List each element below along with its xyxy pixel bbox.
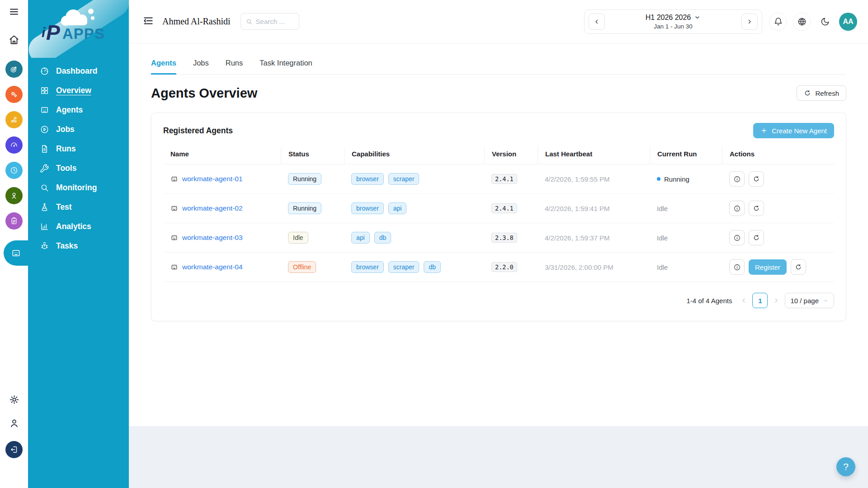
- agent-robot-icon: [170, 234, 178, 242]
- app-logo: i P APPS: [28, 0, 129, 58]
- capability-chip: db: [424, 261, 441, 273]
- running-dot: [657, 177, 660, 181]
- info-icon[interactable]: [729, 230, 745, 245]
- idea-shortcut-icon[interactable]: [5, 187, 23, 204]
- tab-agents[interactable]: Agents: [151, 59, 176, 75]
- sidebar-item-label: Agents: [56, 105, 83, 115]
- settings-gear-icon[interactable]: [9, 394, 20, 407]
- registered-agents-card: Registered Agents Create New Agent NameS…: [151, 113, 846, 321]
- target-shortcut-icon[interactable]: [5, 61, 23, 78]
- pagination-summary: 1-4 of 4 Agents: [687, 297, 732, 305]
- reload-agent-icon[interactable]: [749, 171, 764, 187]
- page-title: Agents Overview: [151, 86, 257, 101]
- search-input[interactable]: [256, 18, 294, 25]
- capability-chip: browser: [351, 202, 384, 215]
- tab-jobs[interactable]: Jobs: [193, 59, 209, 75]
- info-icon[interactable]: [729, 171, 745, 187]
- sidebar-item-runs[interactable]: Runs: [28, 139, 129, 159]
- reload-agent-icon[interactable]: [749, 230, 764, 245]
- grid-icon: [40, 86, 49, 95]
- cloud-logo-icon: i P APPS: [28, 0, 129, 58]
- search-icon: [40, 183, 49, 192]
- clipboard-shortcut-icon[interactable]: [5, 212, 23, 230]
- agent-robot-icon: [170, 205, 178, 212]
- tab-runs[interactable]: Runs: [226, 59, 243, 75]
- gauge2-shortcut-icon[interactable]: [5, 136, 23, 154]
- flask-icon: [40, 202, 49, 212]
- current-run-status: Idle: [657, 263, 668, 271]
- refresh-icon: [804, 89, 811, 97]
- chevron-down-icon: [694, 14, 701, 21]
- sidebar-item-label: Dashboard: [56, 66, 97, 76]
- notifications-bell-icon[interactable]: [769, 13, 787, 31]
- table-row: workmate-agent-01Runningbrowserscraper2.…: [163, 164, 834, 194]
- topbar-icon-group: AA: [769, 13, 857, 31]
- period-picker: H1 2026 2026 Jan 1 - Jun 30: [584, 9, 762, 34]
- last-heartbeat: 4/2/2026, 1:59:41 PM: [545, 205, 609, 212]
- user-profile-icon[interactable]: [9, 418, 20, 430]
- sidebar-item-label: Overview: [56, 86, 91, 95]
- tab-task-integration[interactable]: Task Integration: [259, 59, 312, 75]
- sidebar-item-tools[interactable]: Tools: [28, 159, 129, 178]
- svg-text:P: P: [46, 21, 60, 44]
- play-icon: [40, 125, 49, 134]
- wrench-icon: [40, 164, 49, 173]
- user-avatar[interactable]: AA: [839, 13, 857, 31]
- period-dropdown[interactable]: H1 2026 2026 Jan 1 - Jun 30: [609, 14, 738, 30]
- language-globe-icon[interactable]: [793, 13, 811, 31]
- current-run-status: Idle: [657, 205, 668, 212]
- last-heartbeat: 3/31/2026, 2:00:00 PM: [545, 263, 613, 271]
- sidebar-item-tasks[interactable]: Tasks: [28, 236, 129, 256]
- capability-chip: scraper: [388, 261, 420, 273]
- table-header-row: NameStatusCapabilitiesVersionLast Heartb…: [163, 146, 834, 164]
- dark-mode-moon-icon[interactable]: [817, 13, 833, 31]
- sidebar-item-jobs[interactable]: Jobs: [28, 120, 129, 139]
- sidebar-item-label: Tasks: [56, 241, 78, 251]
- agent-name-link[interactable]: workmate-agent-02: [182, 204, 243, 212]
- help-button[interactable]: ?: [836, 457, 855, 476]
- period-next-button[interactable]: [741, 14, 758, 30]
- sidebar-item-agents[interactable]: Agents: [28, 100, 129, 120]
- info-icon[interactable]: [729, 259, 745, 275]
- page-size-select[interactable]: 10 / page: [785, 293, 834, 308]
- home-icon[interactable]: [8, 34, 20, 47]
- pagination-next-icon[interactable]: [773, 297, 780, 304]
- table-row: workmate-agent-02Runningbrowserapi2.4.14…: [163, 194, 834, 223]
- agent-name-link[interactable]: workmate-agent-01: [182, 175, 243, 183]
- collapse-sidebar-icon[interactable]: [142, 15, 154, 28]
- rail-active-agent-icon[interactable]: [4, 240, 28, 266]
- hamburger-menu-icon[interactable]: [9, 6, 19, 19]
- status-badge: Idle: [288, 232, 308, 244]
- version-badge: 2.4.1: [491, 174, 517, 184]
- column-header-status: Status: [281, 146, 344, 164]
- pagination-prev-icon[interactable]: [740, 297, 747, 304]
- reload-agent-icon[interactable]: [791, 259, 806, 275]
- gears-shortcut-icon[interactable]: [5, 86, 23, 103]
- version-badge: 2.3.8: [491, 233, 517, 243]
- info-icon[interactable]: [729, 201, 745, 216]
- agent-name-link[interactable]: workmate-agent-03: [182, 234, 243, 242]
- refresh-button[interactable]: Refresh: [797, 85, 846, 101]
- capability-chip: browser: [351, 173, 384, 185]
- chevron-down-icon: [823, 298, 829, 304]
- capability-chip: api: [388, 202, 407, 215]
- create-new-agent-button[interactable]: Create New Agent: [753, 123, 834, 138]
- current-run-status: Running: [664, 175, 689, 183]
- sidebar-item-analytics[interactable]: Analytics: [28, 217, 129, 236]
- agent-name-link[interactable]: workmate-agent-04: [182, 263, 243, 271]
- robot-icon: [40, 105, 49, 115]
- share-shortcut-icon[interactable]: [5, 111, 23, 128]
- pagination: 1-4 of 4 Agents 1 10 / page: [151, 282, 846, 321]
- period-prev-button[interactable]: [589, 14, 605, 30]
- sidebar-item-overview[interactable]: Overview: [28, 81, 129, 100]
- sidebar-item-monitoring[interactable]: Monitoring: [28, 178, 129, 197]
- sidebar-item-test[interactable]: Test: [28, 197, 129, 217]
- clock-shortcut-icon[interactable]: [5, 162, 23, 179]
- sidebar-item-dashboard[interactable]: Dashboard: [28, 61, 129, 81]
- reload-agent-icon[interactable]: [749, 201, 764, 216]
- register-button[interactable]: Register: [749, 259, 787, 275]
- bug-icon: [40, 241, 49, 251]
- column-header-capabilities: Capabilities: [344, 146, 484, 164]
- pagination-page-1[interactable]: 1: [752, 293, 768, 308]
- logout-icon[interactable]: [5, 441, 23, 458]
